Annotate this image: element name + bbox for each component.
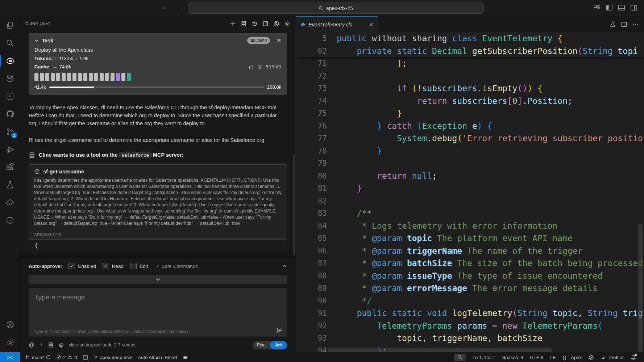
auto-approve-option[interactable]: ✓Read [103,263,124,269]
debug-icon [6,145,14,154]
indentation[interactable]: Spaces: 4 [502,355,523,360]
language-mode[interactable]: { } Apex [563,355,582,360]
code-editor[interactable]: 5public without sharing class EventTelem… [296,32,644,352]
sidebar-item-cloud-code[interactable] [0,194,20,211]
usage-block [72,73,76,81]
cursor-position[interactable]: Ln 1, Col 1 [473,355,495,360]
delete-icon[interactable] [257,64,262,70]
problems-item[interactable]: 2 0 [56,355,77,360]
formatter-item[interactable]: Prettier [601,355,624,360]
chevron-down-icon[interactable] [34,38,39,43]
code-line: 81 } [296,182,644,195]
composer-toolbar: @ + cline:anthropic/claude-3.7-sonnet Pl… [29,340,287,350]
tokens-label: Tokens: [34,56,53,61]
copy-icon[interactable] [249,64,254,70]
sidebar-item-github[interactable] [0,105,20,123]
command-center-search[interactable]: apex-tdx-25 [188,3,484,14]
usage-block [121,73,125,81]
zoom-indicator[interactable] [454,354,466,361]
line-number: 5 [296,32,337,45]
menu-lines-icon[interactable] [183,355,188,360]
code-line: 78 } [296,145,644,157]
toggle-secondary-sidebar-icon[interactable] [630,4,637,11]
code-line: 80 return null; [296,170,644,182]
sidebar-item-roo-code[interactable] [0,70,20,87]
sidebar-scrollbar[interactable] [293,154,295,255]
mcp-icon[interactable] [48,342,54,348]
auto-attach-item[interactable]: Auto Attach: Smart [138,355,177,360]
activity-bar: 1 [0,16,20,352]
checkbox-checked-icon[interactable]: ✓ [68,263,75,269]
sidebar-item-search[interactable] [0,34,20,52]
code-line: 86 * @param triggerName The name of the … [296,245,644,257]
toggle-panel-icon[interactable] [618,4,625,11]
sidebar-item-explorer[interactable] [0,16,20,34]
split-editor-icon[interactable] [621,21,627,27]
line-number: 87 [296,257,337,270]
tab-eventtelemetry[interactable]: EventTelemetry.cls ✕ [296,16,378,32]
message-input[interactable]: Type a message... Type @ for context, / … [29,288,287,337]
code-line: 76 } catch (Exception e) { [296,120,644,132]
plan-button[interactable]: Plan [253,341,270,349]
encoding[interactable]: UTF-8 [530,355,544,360]
account-icon[interactable] [273,21,279,27]
accounts-button[interactable] [0,316,20,333]
mention-icon[interactable]: @ [29,342,34,348]
composer-hint: Type @ for context, / for slash commands… [34,329,188,333]
line-number: 84 [296,220,337,232]
eol[interactable]: LF [550,355,556,360]
code-line: 62 private static Decimal getSubscriberP… [296,45,644,58]
checkbox-checked-icon[interactable]: ✓ [103,263,109,269]
close-task-icon[interactable]: ✕ [277,37,281,44]
code-line: 89 * @param errorMessage The error messa… [296,282,644,295]
sidebar-item-extensions[interactable] [0,158,20,176]
remote-indicator[interactable]: >< [0,352,20,362]
horizontal-scrollbar[interactable] [328,348,552,352]
default-org-item[interactable]: apex-deep-dive [94,355,133,360]
sidebar-item-problems-report[interactable] [0,211,20,229]
vertical-scrollbar[interactable] [638,224,643,352]
forward-icon[interactable]: → [176,3,183,11]
sidebar-item-source-control[interactable]: 1 [0,123,20,140]
history-icon[interactable] [252,21,258,27]
disabled-circle-icon[interactable] [589,355,594,360]
more-actions-icon[interactable]: ⋯ [632,20,639,28]
usage-block [51,73,55,81]
code-line: 88 * @param issueType The type of issue … [296,270,644,282]
mcp-servers-icon[interactable] [241,21,247,27]
tool-name: sf-get-username [43,169,84,174]
chevron-up-icon[interactable] [282,264,287,269]
model-robot-icon[interactable] [58,342,64,348]
usage-block [116,73,120,81]
usage-block [127,73,131,81]
add-context-icon[interactable]: + [39,341,43,349]
extensions-icon [6,163,14,171]
act-button[interactable]: Act [270,341,287,349]
auto-approve-option[interactable]: ✓Enabled [68,263,96,269]
expand-quick-actions-button[interactable] [29,275,287,284]
model-selector[interactable]: cline:anthropic/claude-3.7-sonnet [69,342,136,348]
code-line: 84 * Logs telemetry with error informati… [296,220,644,232]
run-tests-icon[interactable] [610,21,616,27]
branch-item[interactable]: main* [25,355,51,360]
new-task-icon[interactable] [230,21,236,27]
chat-scroll-area[interactable]: Task $0.1974 ✕ Deploy all the Apex class… [20,31,295,258]
cline-panel-header: CLINE (⌘+') [20,16,295,31]
back-icon[interactable]: ← [162,3,169,11]
toggle-primary-sidebar-icon[interactable] [606,4,613,11]
close-tab-icon[interactable]: ✕ [369,22,373,28]
sidebar-item-testing[interactable] [0,176,20,194]
sidebar-item-cline[interactable] [0,52,20,70]
notifications-bell[interactable] [631,355,636,360]
open-in-editor-icon[interactable] [262,21,269,27]
customize-layout-icon[interactable] [593,4,601,11]
send-icon[interactable] [276,327,283,334]
sidebar-item-extension-ai[interactable] [0,87,20,105]
editor-layout-icon[interactable] [83,355,88,360]
settings-gear-icon[interactable] [284,21,290,27]
server-name-chip: salesforce [119,152,151,158]
checkbox-icon[interactable] [130,263,137,269]
sidebar-item-run-debug[interactable] [0,140,20,158]
settings-button[interactable] [0,333,20,351]
auto-approve-option[interactable]: Edit [130,263,148,269]
